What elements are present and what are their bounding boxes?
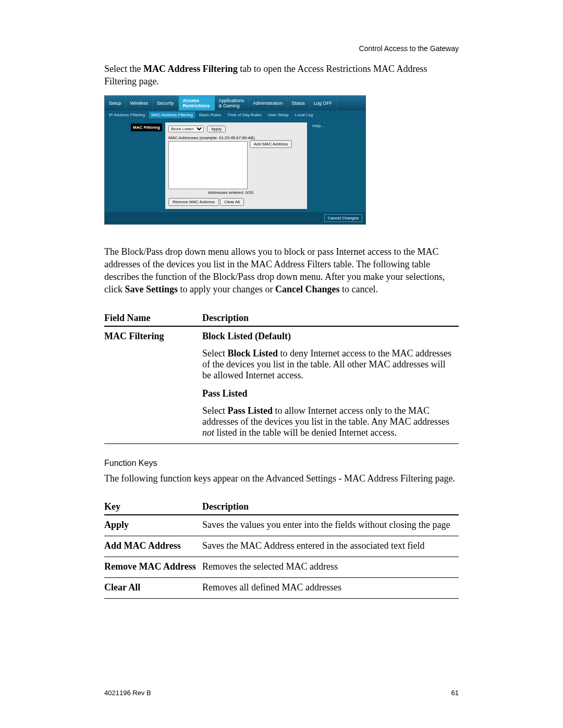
subnav-tab[interactable]: Time of Day Rules (225, 112, 264, 118)
footer-right: 61 (451, 689, 459, 697)
help-link[interactable]: Help... (312, 124, 324, 128)
left-column: MAC Filtering (105, 119, 165, 212)
t1-desc: Block Listed (Default) Select Block List… (202, 326, 459, 444)
topnav-tab[interactable]: Administration (249, 96, 287, 110)
p2-b1: Save Settings (125, 284, 178, 294)
field-description-table: Field Name Description MAC Filtering Blo… (104, 311, 459, 444)
block-listed-title: Block Listed (Default) (202, 331, 291, 341)
example-line: MAC Addresses (example: 01:23:45:67:89:A… (168, 135, 304, 140)
mac-address-list[interactable] (168, 141, 248, 189)
p2-end: to cancel. (339, 284, 377, 294)
fk-key: Clear All (104, 578, 202, 599)
subnav-tab[interactable]: IP Address Filtering (107, 112, 147, 118)
add-mac-button[interactable]: Add MAC Address (250, 140, 292, 148)
remove-mac-button[interactable]: Remove MAC Address (168, 198, 219, 206)
topnav-tab[interactable]: Status (287, 96, 310, 110)
paragraph-2: The Block/Pass drop down menu allows you… (104, 245, 459, 296)
subnav-tab[interactable]: Local Log (293, 112, 315, 118)
pl-bold: Pass Listed (227, 405, 273, 416)
cancel-changes-button[interactable]: Cancel Changes (324, 214, 362, 222)
right-column: Help... (307, 119, 365, 212)
bl-pre: Select (202, 348, 227, 359)
fk-desc: Saves the values you enter into the fiel… (202, 515, 459, 536)
intro-pre: Select the (104, 64, 143, 74)
topnav-tab[interactable]: Security (153, 96, 179, 110)
footer-left: 4021196 Rev B (104, 689, 151, 697)
running-header: Control Access to the Gateway (359, 44, 459, 53)
intro-bold: MAC Address Filtering (143, 64, 238, 74)
embedded-screenshot: SetupWirelessSecurityAccessRestrictionsA… (104, 95, 366, 225)
page: Control Access to the Gateway Select the… (0, 0, 563, 728)
addresses-entered-label: Addresses entered: 0/20 (208, 190, 304, 195)
fk-key: Remove MAC Address (104, 557, 202, 578)
topnav-tab[interactable]: AccessRestrictions (179, 96, 215, 110)
pass-listed-body: Select Pass Listed to allow Internet acc… (202, 405, 455, 438)
topnav-tab[interactable]: Log OFF (310, 96, 337, 110)
fk-key: Apply (104, 515, 202, 536)
t1-head-field: Field Name (104, 311, 202, 326)
panel: Block Listed Apply MAC Addresses (exampl… (165, 122, 307, 209)
shot-footer: Cancel Changes (105, 212, 365, 224)
fk-desc: Removes the selected MAC address (202, 557, 459, 578)
apply-button[interactable]: Apply (207, 126, 226, 132)
pl-pre: Select (202, 405, 227, 416)
clear-all-button[interactable]: Clear All (220, 198, 244, 206)
t2-head-desc: Description (202, 499, 459, 515)
subnav-tab[interactable]: MAC Address Filtering (149, 112, 195, 118)
page-footer: 4021196 Rev B 61 (104, 689, 459, 697)
topnav-tab[interactable]: Wireless (126, 96, 153, 110)
block-pass-select[interactable]: Block Listed (168, 126, 204, 132)
function-keys-heading: Function Keys (104, 459, 459, 468)
topnav-tab[interactable]: Applications& Gaming (215, 96, 249, 110)
fk-paragraph: The following function keys appear on th… (104, 472, 459, 485)
sub-nav: IP Address FilteringMAC Address Filterin… (105, 110, 365, 119)
t2-head-key: Key (104, 499, 202, 515)
t1-head-desc: Description (202, 311, 459, 326)
fk-key: Add MAC Address (104, 536, 202, 557)
function-keys-table: Key Description ApplySaves the values yo… (104, 499, 459, 599)
shot-content: MAC Filtering Block Listed Apply MAC Add… (105, 119, 365, 212)
fk-desc: Removes all defined MAC addresses (202, 578, 459, 599)
pass-listed-title: Pass Listed (202, 388, 455, 399)
pl-post: listed in the table will be denied Inter… (214, 427, 397, 438)
left-label: MAC Filtering (131, 124, 162, 131)
pl-ital: not (202, 427, 214, 438)
bl-bold: Block Listed (227, 348, 278, 359)
intro-paragraph: Select the MAC Address Filtering tab to … (104, 63, 459, 88)
block-listed-body: Select Block Listed to deny Internet acc… (202, 348, 455, 381)
p2-mid: to apply your changes or (178, 284, 275, 294)
top-nav: SetupWirelessSecurityAccessRestrictionsA… (105, 96, 365, 110)
subnav-tab[interactable]: Basic Rules (197, 112, 223, 118)
topnav-tab[interactable]: Setup (105, 96, 126, 110)
t1-field: MAC Filtering (104, 326, 202, 444)
subnav-tab[interactable]: User Setup (266, 112, 291, 118)
fk-desc: Saves the MAC Address entered in the ass… (202, 536, 459, 557)
p2-b2: Cancel Changes (275, 284, 340, 294)
